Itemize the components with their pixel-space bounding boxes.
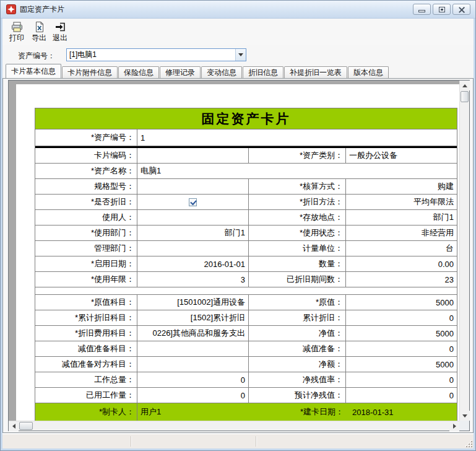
field-value: 5000: [346, 295, 457, 310]
field-value: 1: [137, 129, 457, 146]
combobox-dropdown-button[interactable]: [235, 49, 246, 61]
export-label: 导出: [32, 33, 46, 42]
field-label: *启用日期：: [35, 256, 137, 272]
field-label: *存放地点：: [249, 210, 346, 226]
card-row: *使用部门：部门1*使用状态：非经营用: [35, 226, 457, 241]
field-value: 购建: [346, 179, 457, 195]
scroll-up-button[interactable]: [460, 81, 470, 90]
tab-card-basic-info[interactable]: 卡片基本信息: [6, 64, 61, 78]
card-date-label: *建卡日期：: [249, 403, 346, 421]
field-label: *核算方式：: [249, 179, 346, 195]
field-label: *原值：: [249, 295, 346, 310]
scroll-left-button[interactable]: [9, 421, 19, 431]
vertical-scroll-thumb[interactable]: [461, 91, 469, 102]
field-label: 使用人：: [35, 210, 137, 226]
depreciate-checkbox[interactable]: [189, 198, 197, 206]
field-value: [137, 210, 249, 226]
preview-panel: 固定资产卡片*资产编号：1卡片编码：*资产类别：一般办公设备*资产名称：电脑1规…: [8, 80, 470, 431]
field-value: 台: [346, 241, 457, 256]
close-button[interactable]: [452, 4, 470, 15]
field-label: 净额：: [249, 357, 346, 372]
field-value: 0: [346, 310, 457, 326]
field-value: 0: [346, 372, 457, 388]
toolbar: 打印 导出: [2, 19, 474, 45]
card-row: 已用工作量：0预计净残值：0: [35, 388, 457, 403]
tab-repair-records[interactable]: 修理记录: [160, 66, 201, 78]
field-label: 计量单位：: [249, 241, 346, 256]
horizontal-scroll-thumb[interactable]: [19, 422, 33, 430]
titlebar[interactable]: 固定资产卡片: [1, 1, 475, 19]
field-label: 工作总量：: [35, 372, 137, 388]
asset-number-combobox[interactable]: [1]电脑1: [66, 48, 246, 61]
field-value: 非经营用: [346, 226, 457, 241]
field-label: *使用状态：: [249, 226, 346, 241]
card-row: *启用日期：2016-01-01数量：0.00: [35, 256, 457, 272]
field-value: 部门1: [137, 226, 249, 241]
status-bar: [2, 434, 474, 449]
tab-insurance-info[interactable]: 保险信息: [118, 66, 159, 78]
export-document-icon: [33, 20, 46, 33]
tab-version-info[interactable]: 版本信息: [348, 66, 389, 78]
field-value: [137, 357, 249, 372]
field-value: 23: [346, 272, 457, 287]
window-title: 固定资产卡片: [20, 4, 64, 15]
card-row: 规格型号：*核算方式：购建: [35, 179, 457, 195]
asset-selector-row: 资产编号： [1]电脑1: [2, 45, 474, 64]
field-label: 累计折旧：: [249, 310, 346, 326]
arrow-right-icon: [453, 424, 456, 429]
chevron-down-icon: [238, 53, 243, 56]
asset-number-value: [1]电脑1: [67, 50, 235, 60]
field-label: 减值准备对方科目：: [35, 357, 137, 372]
field-label: 净残值率：: [249, 372, 346, 388]
field-value: 0: [137, 388, 249, 403]
field-value: 5000: [346, 357, 457, 372]
tab-supplementary-depreciation-list[interactable]: 补提折旧一览表: [284, 66, 347, 78]
field-label: *原值科目：: [35, 295, 137, 310]
card-row: *折旧费用科目：0226]其他商品和服务支出净值：5000: [35, 326, 457, 341]
scroll-down-button[interactable]: [460, 411, 470, 421]
field-value: 0: [346, 341, 457, 357]
card-maker-label: *制卡人：: [35, 403, 137, 421]
tab-card-attachment-info[interactable]: 卡片附件信息: [62, 66, 118, 78]
field-label: 减值准备：: [249, 341, 346, 357]
card-page: 固定资产卡片*资产编号：1卡片编码：*资产类别：一般办公设备*资产名称：电脑1规…: [16, 84, 459, 421]
maximize-button[interactable]: [433, 4, 451, 15]
app-window: 固定资产卡片 打印: [0, 0, 476, 451]
card-footer-row: *制卡人：用户1*建卡日期：2018-01-31: [35, 403, 457, 421]
minimize-button[interactable]: [413, 4, 431, 15]
horizontal-scrollbar[interactable]: [9, 421, 459, 431]
print-label: 打印: [9, 33, 24, 42]
field-value: [137, 148, 249, 164]
field-label: *资产名称：: [35, 164, 137, 179]
field-value: [137, 179, 249, 195]
card-row: 管理部门：计量单位：台: [35, 241, 457, 256]
card-row: 卡片编码：*资产类别：一般办公设备: [35, 148, 457, 164]
field-label: *折旧费用科目：: [35, 326, 137, 341]
field-value: 2016-01-01: [137, 256, 249, 272]
statusbar-divider: [131, 436, 131, 447]
export-button[interactable]: 导出: [28, 20, 50, 44]
tab-change-info[interactable]: 变动信息: [201, 66, 242, 78]
vertical-scrollbar[interactable]: [459, 81, 469, 421]
card-row: *原值科目：[1501002]通用设备*原值：5000: [35, 295, 457, 310]
field-value: 5000: [346, 326, 457, 341]
exit-arrow-icon: [54, 20, 67, 33]
field-label: *累计折旧科目：: [35, 310, 137, 326]
card-title: 固定资产卡片: [35, 108, 457, 129]
field-label: 规格型号：: [35, 179, 137, 195]
field-value: [137, 241, 249, 256]
field-label: *使用年限：: [35, 272, 137, 287]
field-value: 一般办公设备: [346, 148, 457, 164]
card-row: 使用人：*存放地点：部门1: [35, 210, 457, 226]
field-value: 0: [137, 372, 249, 388]
field-value: 0: [346, 388, 457, 403]
scroll-right-button[interactable]: [449, 421, 459, 431]
exit-button[interactable]: 退出: [50, 20, 71, 44]
statusbar-divider: [256, 436, 256, 447]
print-button[interactable]: 打印: [6, 20, 27, 44]
resize-grip-icon[interactable]: [465, 440, 472, 447]
field-label: *是否折旧：: [35, 195, 137, 210]
field-value: 平均年限法: [346, 195, 457, 210]
field-label: 净值：: [249, 326, 346, 341]
tab-depreciation-info[interactable]: 折旧信息: [243, 66, 283, 78]
